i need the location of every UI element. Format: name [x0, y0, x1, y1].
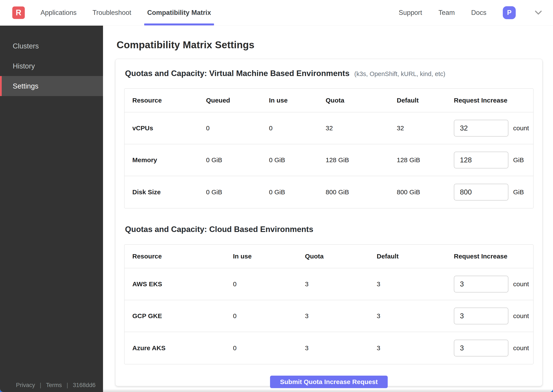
default-value: 128 GiB — [397, 144, 454, 176]
resource-name: AWS EKS — [125, 268, 233, 300]
queued-value: 0 — [206, 112, 269, 144]
resource-name: Azure AKS — [125, 332, 233, 364]
table-header-row: Resource Queued In use Quota Default Req… — [125, 89, 533, 112]
vm-section-subtitle: (k3s, OpenShift, kURL, kind, etc) — [354, 70, 445, 77]
nav-right: Support Team Docs P — [399, 6, 542, 19]
build-hash: 3168dd6 — [73, 382, 95, 389]
default-value: 3 — [377, 332, 454, 364]
default-value: 3 — [377, 300, 454, 332]
nav-team[interactable]: Team — [439, 9, 455, 17]
default-value: 32 — [397, 112, 454, 144]
col-resource: Resource — [125, 89, 206, 112]
resource-name: vCPUs — [125, 112, 206, 144]
col-request-increase: Request Increase — [454, 245, 533, 268]
unit-label: count — [513, 312, 529, 320]
quota-value: 800 GiB — [326, 176, 397, 208]
in-use-value: 0 — [233, 332, 305, 364]
unit-label: count — [513, 344, 529, 352]
main-tabs: Applications Troubleshoot Compatibility … — [41, 0, 211, 25]
in-use-value: 0 — [269, 112, 326, 144]
settings-card: Quotas and Capacity: Virtual Machine Bas… — [115, 59, 542, 386]
unit-label: count — [513, 125, 529, 132]
col-default: Default — [377, 245, 454, 268]
avatar-initial: P — [507, 9, 512, 17]
table-row-gcp-gke: GCP GKE 0 3 3 count — [125, 300, 533, 332]
quota-value: 128 GiB — [326, 144, 397, 176]
nav-support[interactable]: Support — [399, 9, 422, 17]
in-use-value: 0 — [233, 300, 305, 332]
table-row-azure-aks: Azure AKS 0 3 3 count — [125, 332, 533, 364]
queued-value: 0 GiB — [206, 144, 269, 176]
col-request-increase: Request Increase — [454, 89, 533, 112]
gcp-gke-request-input[interactable] — [454, 308, 508, 324]
main-content: Compatibility Matrix Settings Quotas and… — [103, 26, 553, 392]
table-header-row: Resource In use Quota Default Request In… — [125, 245, 533, 268]
sidebar-item-history[interactable]: History — [0, 56, 103, 76]
chevron-down-icon[interactable] — [519, 10, 542, 15]
footer-separator: | — [67, 382, 68, 389]
unit-label: count — [513, 280, 529, 288]
vm-section-title: Quotas and Capacity: Virtual Machine Bas… — [125, 69, 350, 78]
resource-name: GCP GKE — [125, 300, 233, 332]
vm-quota-table: Resource Queued In use Quota Default Req… — [124, 88, 534, 209]
sidebar-item-clusters[interactable]: Clusters — [0, 36, 103, 56]
col-quota: Quota — [326, 89, 397, 112]
submit-quota-increase-button[interactable]: Submit Quota Increase Request — [270, 376, 388, 388]
default-value: 3 — [377, 268, 454, 300]
table-row-aws-eks: AWS EKS 0 3 3 count — [125, 268, 533, 300]
terms-link[interactable]: Terms — [46, 382, 62, 389]
table-row-memory: Memory 0 GiB 0 GiB 128 GiB 128 GiB GiB — [125, 144, 533, 176]
top-nav: R Applications Troubleshoot Compatibilit… — [0, 0, 553, 26]
quota-value: 3 — [305, 332, 377, 364]
quota-value: 3 — [305, 300, 377, 332]
azure-aks-request-input[interactable] — [454, 340, 508, 357]
col-queued: Queued — [206, 89, 269, 112]
tab-compatibility-matrix[interactable]: Compatibility Matrix — [147, 0, 211, 25]
table-row-vcpus: vCPUs 0 0 32 32 count — [125, 112, 533, 144]
footer-separator: | — [40, 382, 41, 389]
quota-value: 3 — [305, 268, 377, 300]
cloud-section-heading: Quotas and Capacity: Cloud Based Environ… — [125, 225, 534, 234]
col-quota: Quota — [305, 245, 377, 268]
memory-request-input[interactable] — [454, 152, 508, 168]
queued-value: 0 GiB — [206, 176, 269, 208]
disk-size-request-input[interactable] — [454, 184, 508, 201]
sidebar-footer: Privacy | Terms | 3168dd6 — [16, 382, 95, 389]
cloud-section-title: Quotas and Capacity: Cloud Based Environ… — [125, 225, 313, 234]
vcpus-request-input[interactable] — [454, 120, 508, 137]
tab-troubleshoot[interactable]: Troubleshoot — [92, 0, 131, 25]
col-resource: Resource — [125, 245, 233, 268]
sidebar-item-settings[interactable]: Settings — [0, 76, 103, 96]
resource-name: Memory — [125, 144, 206, 176]
col-default: Default — [397, 89, 454, 112]
vm-section-heading: Quotas and Capacity: Virtual Machine Bas… — [125, 69, 534, 78]
table-row-disk-size: Disk Size 0 GiB 0 GiB 800 GiB 800 GiB Gi… — [125, 176, 533, 208]
default-value: 800 GiB — [397, 176, 454, 208]
cloud-quota-table: Resource In use Quota Default Request In… — [124, 244, 534, 364]
app-logo[interactable]: R — [12, 7, 25, 19]
sidebar: Clusters History Settings Privacy | Term… — [0, 26, 103, 392]
app-window: R Applications Troubleshoot Compatibilit… — [0, 0, 553, 392]
in-use-value: 0 GiB — [269, 176, 326, 208]
in-use-value: 0 GiB — [269, 144, 326, 176]
tab-applications[interactable]: Applications — [41, 0, 77, 25]
aws-eks-request-input[interactable] — [454, 276, 508, 293]
unit-label: GiB — [513, 156, 524, 164]
in-use-value: 0 — [233, 268, 305, 300]
col-in-use: In use — [233, 245, 305, 268]
logo-letter: R — [16, 8, 21, 17]
resource-name: Disk Size — [125, 176, 206, 208]
unit-label: GiB — [513, 189, 524, 196]
nav-docs[interactable]: Docs — [471, 9, 486, 17]
quota-value: 32 — [326, 112, 397, 144]
page-title: Compatibility Matrix Settings — [117, 39, 542, 51]
privacy-link[interactable]: Privacy — [16, 382, 35, 389]
col-in-use: In use — [269, 89, 326, 112]
user-avatar[interactable]: P — [503, 6, 516, 19]
